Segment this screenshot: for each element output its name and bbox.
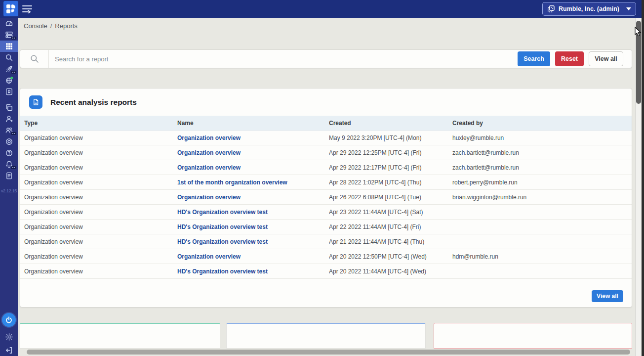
report-name-link[interactable]: HD's Organization overview test [177, 238, 329, 245]
search-input[interactable] [49, 50, 518, 68]
column-header-name: Name [177, 120, 329, 127]
table-row: Organization overview HD's Organization … [20, 220, 632, 234]
badge-dots [11, 71, 16, 74]
sidebar-item-organizations[interactable] [0, 102, 18, 113]
report-type-cell: Organization overview [24, 179, 177, 186]
sidebar-item-teams[interactable] [0, 125, 18, 136]
sidebar-item-goals[interactable] [0, 136, 18, 147]
table-row: Organization overview Organization overv… [20, 249, 632, 264]
report-name-link[interactable]: Organization overview [177, 164, 329, 171]
report-created-cell: Apr 22 2022 11:44AM [UTC-4] (Fri) [329, 223, 452, 230]
gear-icon [5, 333, 13, 341]
sidebar: v2.12.15 [0, 18, 18, 356]
report-name-link[interactable]: HD's Organization overview test [177, 223, 329, 230]
search-button[interactable]: Search [518, 51, 550, 66]
recent-analysis-reports-card: Recent analysis reports Type Name Create… [20, 88, 632, 308]
report-type-cell: Organization overview [24, 223, 177, 230]
gauge-icon [5, 19, 13, 28]
report-created-cell: Apr 21 2022 11:44AM [UTC-4] (Thu) [329, 238, 452, 245]
report-created-by-cell: brian.wigginton@rumble.run [452, 194, 632, 201]
sidebar-item-notifications[interactable] [0, 159, 18, 170]
sidebar-item-queries[interactable] [0, 52, 18, 63]
power-icon [5, 316, 13, 324]
reset-button[interactable]: Reset [555, 51, 584, 66]
report-type-cell: Organization overview [24, 134, 177, 141]
sidebar-item-users[interactable] [0, 113, 18, 125]
mini-card-red [434, 323, 632, 349]
report-name-link[interactable]: Organization overview [177, 194, 329, 201]
rumble-logo-icon [6, 4, 15, 13]
sidebar-item-dashboard[interactable] [0, 18, 18, 29]
sidebar-item-tasks[interactable] [0, 63, 18, 75]
column-header-type: Type [24, 120, 177, 127]
breadcrumb-console[interactable]: Console [24, 22, 47, 30]
search-icon [5, 53, 13, 62]
bookmark-icon [5, 88, 13, 96]
table-row: Organization overview HD's Organization … [20, 234, 632, 249]
report-type-cell: Organization overview [24, 268, 177, 275]
report-name-link[interactable]: Organization overview [177, 253, 329, 260]
breadcrumb-separator: / [50, 22, 52, 30]
table-header-row: Type Name Created Created by [20, 116, 632, 131]
sidebar-item-reports[interactable] [0, 41, 18, 52]
report-name-link[interactable]: 1st of the month organization overview [177, 179, 329, 186]
rumble-logo[interactable] [3, 1, 18, 16]
sidebar-group-divider [0, 97, 18, 102]
table-row: Organization overview Organization overv… [20, 160, 632, 175]
sidebar-item-logs[interactable] [0, 170, 18, 181]
report-type-cell: Organization overview [24, 194, 177, 201]
report-name-link[interactable]: Organization overview [177, 149, 329, 156]
help-circle-icon [5, 149, 13, 157]
sidebar-item-library[interactable] [0, 86, 18, 97]
report-name-link[interactable]: HD's Organization overview test [177, 209, 329, 216]
table-row: Organization overview HD's Organization … [20, 264, 632, 279]
table-row: Organization overview 1st of the month o… [20, 175, 632, 190]
report-name-link[interactable]: Organization overview [177, 134, 329, 141]
view-all-button-top[interactable]: View all [589, 51, 623, 66]
topbar: Rumble, Inc. (admin) [0, 0, 644, 18]
view-all-button-bottom[interactable]: View all [592, 290, 623, 302]
vertical-scrollbar-thumb[interactable] [636, 21, 641, 104]
report-created-by-cell: hdm@rumble.run [452, 253, 632, 260]
card-title: Recent analysis reports [50, 98, 137, 107]
report-document-icon [29, 95, 42, 109]
org-selector-dropdown[interactable]: Rumble, Inc. (admin) [542, 2, 636, 16]
globe-icon [5, 76, 13, 85]
badge-dots [11, 132, 16, 135]
search-icon [30, 54, 40, 64]
report-created-cell: Apr 26 2022 6:08PM [UTC-4] (Tue) [329, 194, 452, 201]
report-type-cell: Organization overview [24, 149, 177, 156]
search-icon-box [20, 50, 49, 68]
vertical-scrollbar-track[interactable] [635, 18, 642, 356]
report-created-by-cell: huxley@rumble.run [452, 134, 632, 141]
column-header-created-by: Created by [452, 120, 632, 127]
sidebar-toggle-button[interactable] [22, 4, 33, 13]
app-window: Rumble, Inc. (admin) [0, 0, 644, 356]
report-created-by-cell: zach.bartlett@rumble.run [452, 164, 632, 171]
sidebar-item-settings[interactable] [0, 331, 18, 343]
sidebar-item-inventory[interactable] [0, 29, 18, 41]
sidebar-item-help[interactable] [0, 147, 18, 159]
card-header: Recent analysis reports [20, 89, 632, 116]
report-created-by-cell: zach.bartlett@rumble.run [452, 149, 632, 156]
report-type-cell: Organization overview [24, 164, 177, 171]
horizontal-scrollbar-thumb[interactable] [27, 350, 630, 355]
report-created-cell: Apr 29 2022 12:17PM [UTC-4] (Fri) [329, 164, 452, 171]
report-type-cell: Organization overview [24, 253, 177, 260]
breadcrumb: Console/Reports [24, 22, 78, 30]
column-header-created: Created [329, 120, 452, 127]
sidebar-item-logout[interactable] [0, 344, 18, 356]
table-row: Organization overview Organization overv… [20, 190, 632, 205]
report-search-bar: Search Reset View all [20, 49, 632, 68]
badge-dots [11, 166, 16, 169]
breadcrumb-reports[interactable]: Reports [55, 22, 78, 30]
report-name-link[interactable]: HD's Organization overview test [177, 268, 329, 275]
copy-squares-icon [5, 103, 13, 112]
sidebar-item-explorers[interactable] [0, 75, 18, 86]
card-footer: View all [592, 290, 623, 302]
org-selector-label: Rumble, Inc. (admin) [559, 5, 619, 12]
chevron-down-icon [626, 7, 631, 10]
agent-power-button[interactable] [2, 313, 16, 327]
window-edge [642, 0, 644, 356]
report-type-cell: Organization overview [24, 209, 177, 216]
